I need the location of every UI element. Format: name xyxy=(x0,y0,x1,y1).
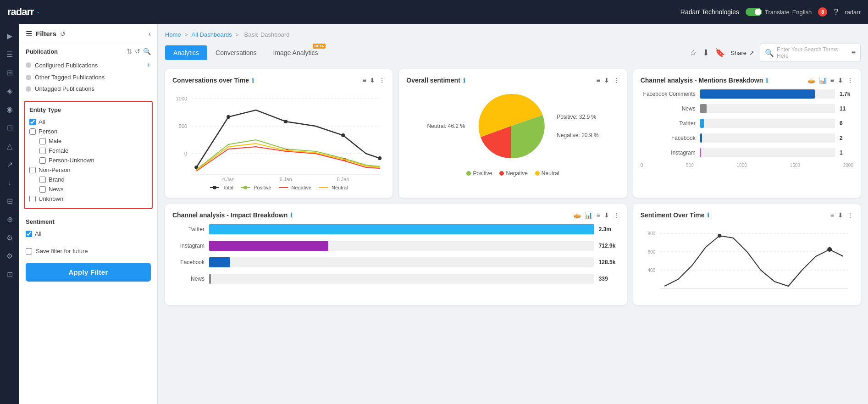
tab-conversations[interactable]: Conversations xyxy=(207,45,265,60)
entity-person-subitems: Male Female Person-Unknown xyxy=(29,136,147,165)
help-icon[interactable]: ? xyxy=(834,7,838,17)
sentiment-info-icon[interactable]: ℹ xyxy=(463,77,465,84)
entity-male-item[interactable]: Male xyxy=(39,136,147,146)
impact-download-icon[interactable]: ⬇ xyxy=(604,211,609,219)
sentiment-all-item[interactable]: All xyxy=(26,229,151,238)
translate-toggle[interactable]: Translate English xyxy=(746,8,812,16)
bookmark-icon[interactable]: 🔖 xyxy=(715,48,725,58)
entity-female-item[interactable]: Female xyxy=(39,146,147,155)
search-box[interactable]: 🔍 Enter Your Search Terms Here ≡ xyxy=(760,44,861,62)
user-avatar[interactable]: radarr xyxy=(845,9,861,16)
bar-instagram: Instagram 1 xyxy=(641,148,853,157)
nav-document-icon[interactable]: ⊡ xyxy=(1,119,18,136)
impact-bar-icon[interactable]: 📊 xyxy=(585,211,592,219)
translate-switch[interactable] xyxy=(746,8,762,16)
breadcrumb-all-dashboards[interactable]: All Dashboards xyxy=(192,31,232,38)
entity-all-item[interactable]: All xyxy=(29,117,147,127)
entity-brand-item[interactable]: Brand xyxy=(39,175,147,184)
publication-refresh-icon[interactable]: ↺ xyxy=(135,48,140,55)
publication-title: Publication xyxy=(26,48,58,55)
mentions-download-icon[interactable]: ⬇ xyxy=(838,77,843,84)
entity-news-item[interactable]: News xyxy=(39,184,147,194)
tab-image-analytics[interactable]: Image Analytics xyxy=(265,45,326,60)
nav-report-icon[interactable]: ⊟ xyxy=(1,193,18,209)
entity-female-checkbox[interactable] xyxy=(39,148,46,154)
impact-more-icon[interactable]: ⋮ xyxy=(613,211,619,219)
logo[interactable]: radarr · xyxy=(7,6,40,18)
sentiment-time-title: Sentiment Over Time xyxy=(641,211,705,219)
collapse-icon[interactable]: ‹ xyxy=(149,30,151,38)
sentiment-download-icon[interactable]: ⬇ xyxy=(604,77,609,84)
sentiment-filter-icon[interactable]: ≡ xyxy=(596,77,600,84)
entity-brand-checkbox[interactable] xyxy=(39,177,46,183)
conversations-filter-icon[interactable]: ≡ xyxy=(362,77,366,84)
mentions-filter-icon[interactable]: ≡ xyxy=(830,77,834,84)
main-content: Home > All Dashboards > Basic Dashboard … xyxy=(158,24,868,404)
apply-filter-button[interactable]: Apply Filter xyxy=(26,263,151,282)
nav-person-icon[interactable]: ⊕ xyxy=(1,211,18,227)
top-navigation: radarr · Radarr Technologies Translate E… xyxy=(0,0,868,24)
nav-menu-icon[interactable]: ☰ xyxy=(1,46,18,62)
entity-unknown-checkbox[interactable] xyxy=(29,196,36,202)
channel-impact-info-icon[interactable]: ℹ xyxy=(290,211,293,219)
nav-settings-icon[interactable]: ⚙ xyxy=(1,229,18,246)
nav-tag-icon[interactable]: ◉ xyxy=(1,101,18,117)
bar-twitter: Twitter 6 xyxy=(641,119,853,128)
language-selector[interactable]: English xyxy=(792,9,812,16)
entity-person-item[interactable]: Person xyxy=(29,127,147,136)
nav-analytics-icon[interactable]: ◈ xyxy=(1,83,18,99)
entity-unknown-item[interactable]: Unknown xyxy=(29,194,147,204)
channel-mentions-info-icon[interactable]: ℹ xyxy=(766,77,768,84)
nav-download-icon[interactable]: ↓ xyxy=(1,174,18,191)
mentions-bar-icon[interactable]: 📊 xyxy=(819,77,827,84)
sent-time-download-icon[interactable]: ⬇ xyxy=(838,211,843,219)
nav-gear-icon[interactable]: ⚙ xyxy=(1,248,18,264)
untagged-item[interactable]: Untagged Publications xyxy=(26,83,151,94)
publication-search-icon[interactable]: 🔍 xyxy=(143,48,151,55)
impact-filter-icon[interactable]: ≡ xyxy=(596,211,600,219)
sentiment-all-checkbox[interactable] xyxy=(26,231,32,237)
entity-nonperson-item[interactable]: Non-Person xyxy=(29,165,147,175)
mentions-chart-icon[interactable]: 🥧 xyxy=(807,77,815,84)
entity-nonperson-checkbox[interactable] xyxy=(29,167,36,173)
entity-type-section: Entity Type All Person Male Female Perso… xyxy=(24,101,153,209)
sent-time-filter-icon[interactable]: ≡ xyxy=(830,211,834,219)
save-filter-checkbox[interactable] xyxy=(26,248,32,255)
filter-icon[interactable]: ≡ xyxy=(851,49,856,57)
nav-dashboard-icon[interactable]: ⊞ xyxy=(1,64,18,81)
nav-store-icon[interactable]: ⊡ xyxy=(1,266,18,282)
entity-person-unknown-checkbox[interactable] xyxy=(39,157,46,164)
publication-sort-icon[interactable]: ⇅ xyxy=(127,48,132,55)
configured-publications-item[interactable]: Configured Publications + xyxy=(26,59,151,72)
star-icon[interactable]: ☆ xyxy=(690,48,697,58)
sent-time-more-icon[interactable]: ⋮ xyxy=(847,211,853,219)
conversations-more-icon[interactable]: ⋮ xyxy=(379,77,385,84)
download-icon[interactable]: ⬇ xyxy=(702,48,709,58)
legend-positive-dot: Positive xyxy=(466,170,492,177)
share-button[interactable]: Share ↗ xyxy=(730,50,754,56)
notification-badge[interactable]: 8 xyxy=(818,7,827,17)
add-icon[interactable]: + xyxy=(147,61,151,69)
mentions-more-icon[interactable]: ⋮ xyxy=(847,77,853,84)
entity-person-checkbox[interactable] xyxy=(29,128,36,135)
conversations-download-icon[interactable]: ⬇ xyxy=(370,77,375,84)
conversations-info-icon[interactable]: ℹ xyxy=(252,77,254,84)
tab-analytics[interactable]: Analytics xyxy=(165,45,207,60)
legend-negative: Negative xyxy=(279,185,311,190)
nav-chart-icon[interactable]: ↗ xyxy=(1,156,18,172)
sentiment-over-time-card: Sentiment Over Time ℹ ≡ ⬇ ⋮ 800 600 xyxy=(633,204,861,305)
other-tagged-item[interactable]: Other Tagged Publications xyxy=(26,72,151,83)
sentiment-time-info-icon[interactable]: ℹ xyxy=(707,211,709,219)
entity-male-checkbox[interactable] xyxy=(39,138,46,144)
entity-all-checkbox[interactable] xyxy=(29,119,36,125)
entity-news-checkbox[interactable] xyxy=(39,186,46,193)
nav-alert-icon[interactable]: △ xyxy=(1,138,18,154)
nav-expand-icon[interactable]: ▶ xyxy=(1,28,18,44)
bar-value-facebook: 2 xyxy=(840,135,853,141)
entity-person-unknown-item[interactable]: Person-Unknown xyxy=(39,155,147,165)
sentiment-more-icon[interactable]: ⋮ xyxy=(613,77,619,84)
impact-chart-icon[interactable]: 🥧 xyxy=(573,211,581,219)
breadcrumb-home[interactable]: Home xyxy=(165,31,181,38)
refresh-icon[interactable]: ↺ xyxy=(60,30,66,38)
sentiment-section: Sentiment All xyxy=(19,214,157,243)
